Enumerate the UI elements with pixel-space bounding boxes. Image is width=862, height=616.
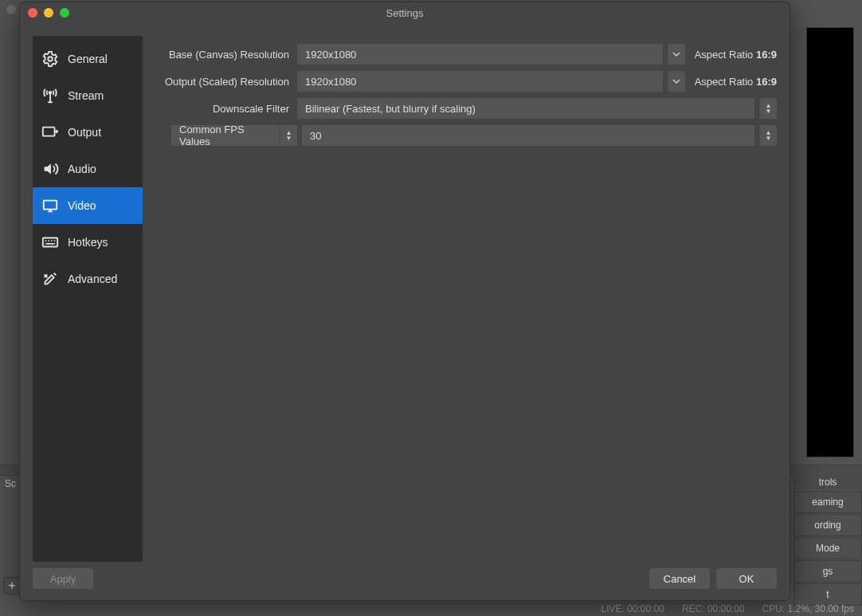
status-live: LIVE: 00:00:00 bbox=[601, 603, 664, 614]
downscale-filter-stepper[interactable]: ▲ ▼ bbox=[759, 98, 777, 119]
sidebar-item-general[interactable]: General bbox=[33, 41, 143, 77]
dialog-titlebar[interactable]: Settings bbox=[20, 2, 790, 23]
output-aspect-ratio: Aspect Ratio 16:9 bbox=[690, 76, 777, 88]
chevron-down-icon: ▼ bbox=[766, 135, 772, 141]
chevron-down-icon: ▼ bbox=[286, 135, 292, 141]
base-resolution-label: Base (Canvas) Resolution bbox=[157, 49, 292, 61]
output-resolution-label: Output (Scaled) Resolution bbox=[157, 76, 292, 88]
svg-rect-3 bbox=[44, 201, 57, 210]
settings-content: Base (Canvas) Resolution 1920x1080 Aspec… bbox=[157, 36, 777, 562]
sidebar-item-hotkeys[interactable]: Hotkeys bbox=[33, 224, 143, 261]
antenna-icon bbox=[41, 86, 60, 105]
svg-rect-4 bbox=[43, 238, 57, 247]
base-resolution-input[interactable]: 1920x1080 bbox=[297, 44, 663, 65]
traffic-lights bbox=[28, 8, 69, 18]
add-button[interactable]: + bbox=[3, 577, 21, 594]
dialog-footer: Apply Cancel OK bbox=[20, 565, 790, 600]
fps-mode-label: Common FPS Values bbox=[171, 124, 280, 147]
tools-icon bbox=[41, 269, 60, 288]
apply-button[interactable]: Apply bbox=[33, 568, 93, 589]
minimize-icon[interactable] bbox=[44, 8, 53, 18]
base-aspect-ratio: Aspect Ratio 16:9 bbox=[690, 49, 777, 61]
status-cpu: CPU: 1.2%, 30.00 fps bbox=[762, 603, 854, 614]
sidebar-item-label: Audio bbox=[68, 163, 96, 175]
controls-btn-fragment[interactable]: eaming bbox=[793, 491, 862, 513]
close-icon[interactable] bbox=[28, 8, 37, 18]
output-resolution-input[interactable]: 1920x1080 bbox=[297, 71, 663, 92]
gear-icon bbox=[41, 49, 60, 69]
sidebar-item-label: Stream bbox=[68, 89, 104, 102]
keyboard-icon bbox=[41, 233, 60, 252]
sidebar-item-label: Output bbox=[68, 126, 101, 139]
settings-sidebar: General Stream Output Audio bbox=[33, 36, 143, 562]
downscale-filter-label: Downscale Filter bbox=[157, 103, 292, 115]
sidebar-item-label: Advanced bbox=[68, 273, 117, 285]
sidebar-item-label: Video bbox=[68, 199, 96, 212]
downscale-filter-select[interactable]: Bilinear (Fastest, but blurry if scaling… bbox=[297, 98, 754, 119]
sidebar-item-stream[interactable]: Stream bbox=[33, 77, 143, 114]
sidebar-item-audio[interactable]: Audio bbox=[33, 151, 143, 187]
svg-point-0 bbox=[48, 57, 53, 61]
cancel-button[interactable]: Cancel bbox=[649, 568, 710, 589]
controls-dock-fragment: trols eaming ording Mode gs t bbox=[793, 474, 862, 606]
controls-header-fragment: trols bbox=[793, 474, 862, 490]
controls-btn-fragment[interactable]: t bbox=[793, 583, 862, 606]
controls-btn-fragment[interactable]: Mode bbox=[793, 537, 862, 559]
preview-area bbox=[806, 27, 854, 457]
fps-mode-stepper[interactable]: ▲ ▼ bbox=[280, 125, 297, 146]
chevron-down-icon: ▼ bbox=[766, 108, 772, 114]
settings-dialog: Settings General Stream Output bbox=[19, 2, 790, 601]
fps-value-stepper[interactable]: ▲ ▼ bbox=[759, 125, 777, 146]
svg-rect-2 bbox=[43, 128, 55, 136]
fps-value-select[interactable]: 30 bbox=[302, 125, 754, 146]
zoom-icon[interactable] bbox=[60, 8, 69, 18]
status-bar: LIVE: 00:00:00 REC: 00:00:00 CPU: 1.2%, … bbox=[601, 603, 854, 614]
chevron-down-icon bbox=[672, 77, 680, 85]
sidebar-item-label: General bbox=[68, 53, 108, 65]
sidebar-item-output[interactable]: Output bbox=[33, 114, 143, 151]
ok-button[interactable]: OK bbox=[716, 568, 777, 589]
output-icon bbox=[41, 123, 60, 142]
monitor-icon bbox=[41, 196, 60, 215]
base-resolution-dropdown[interactable] bbox=[668, 44, 685, 65]
dialog-title: Settings bbox=[386, 7, 424, 19]
sidebar-item-advanced[interactable]: Advanced bbox=[33, 261, 143, 297]
controls-btn-fragment[interactable]: gs bbox=[793, 560, 862, 583]
chevron-down-icon bbox=[672, 50, 680, 58]
sidebar-item-video[interactable]: Video bbox=[33, 187, 143, 224]
speaker-icon bbox=[41, 159, 60, 179]
sidebar-item-label: Hotkeys bbox=[68, 236, 108, 249]
status-rec: REC: 00:00:00 bbox=[682, 603, 745, 614]
controls-btn-fragment[interactable]: ording bbox=[793, 514, 862, 536]
fps-mode-select[interactable]: Common FPS Values ▲ ▼ bbox=[171, 125, 297, 146]
output-resolution-dropdown[interactable] bbox=[668, 71, 685, 92]
